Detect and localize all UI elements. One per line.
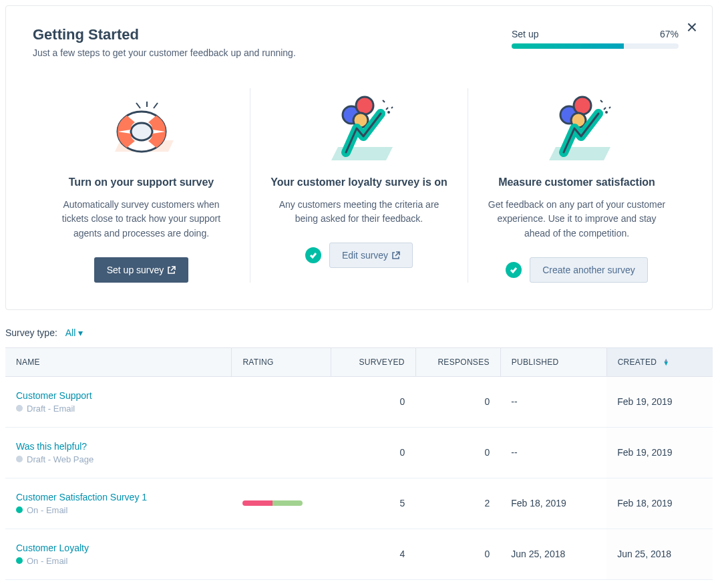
- surveys-table: NAME RATING SURVEYED RESPONSES PUBLISHED…: [5, 347, 713, 580]
- survey-name-link[interactable]: Was this helpful?: [16, 441, 221, 452]
- step-desc: Automatically survey customers when tick…: [49, 198, 234, 241]
- col-surveyed[interactable]: SURVEYED: [331, 347, 415, 376]
- cell-rating: [232, 478, 331, 529]
- col-published[interactable]: PUBLISHED: [500, 347, 606, 376]
- check-icon: [305, 247, 321, 263]
- progress-fill: [512, 43, 624, 49]
- survey-name-link[interactable]: Customer Support: [16, 390, 221, 401]
- status-dot-icon: [16, 405, 23, 412]
- status-dot-icon: [16, 557, 23, 564]
- cell-published: Jun 25, 2018: [500, 529, 606, 579]
- cell-rating: [232, 376, 331, 427]
- cell-published: --: [500, 376, 606, 427]
- step-card: Measure customer satisfactionGet feedbac…: [468, 88, 685, 283]
- survey-name-link[interactable]: Customer Loyalty: [16, 543, 221, 553]
- cell-responses: 0: [415, 427, 500, 478]
- step-illustration: [537, 88, 617, 168]
- col-name[interactable]: NAME: [5, 347, 232, 376]
- table-row: Customer LoyaltyOn - Email40Jun 25, 2018…: [5, 529, 713, 579]
- cell-published: --: [500, 427, 606, 478]
- table-row: Was this helpful?Draft - Web Page00--Feb…: [5, 427, 713, 478]
- cell-surveyed: 5: [331, 478, 415, 529]
- survey-status: On - Email: [16, 556, 221, 566]
- cell-responses: 2: [415, 478, 500, 529]
- survey-name-link[interactable]: Customer Satisfaction Survey 1: [16, 492, 221, 502]
- survey-status: Draft - Email: [16, 404, 221, 414]
- step-desc: Any customers meeting the criteria are b…: [266, 198, 452, 227]
- rating-bar: [242, 500, 303, 506]
- status-dot-icon: [16, 506, 23, 513]
- sort-icon: ▲▼: [663, 359, 669, 365]
- step-illustration: [319, 88, 399, 168]
- step-title: Turn on your support survey: [69, 175, 214, 190]
- cell-surveyed: 0: [331, 376, 415, 427]
- cell-created: Jun 25, 2018: [606, 529, 713, 579]
- step-desc: Get feedback on any part of your custome…: [484, 198, 669, 241]
- step-title: Your customer loyalty survey is on: [271, 175, 447, 190]
- survey-type-filter: Survey type: All▾: [0, 315, 718, 347]
- chevron-down-icon: ▾: [78, 327, 83, 338]
- cell-created: Feb 19, 2019: [606, 376, 713, 427]
- cell-responses: 0: [415, 376, 500, 427]
- cell-responses: 0: [415, 529, 500, 579]
- progress-track: [512, 43, 679, 49]
- cell-created: Feb 19, 2019: [606, 427, 713, 478]
- status-dot-icon: [16, 456, 23, 462]
- step-button[interactable]: Edit survey: [329, 243, 413, 268]
- survey-status: On - Email: [16, 505, 221, 515]
- step-title: Measure customer satisfaction: [498, 175, 655, 190]
- step-card: Your customer loyalty survey is onAny cu…: [250, 88, 468, 283]
- progress-label: Set up: [512, 29, 538, 39]
- page-title: Getting Started: [33, 26, 296, 43]
- col-created[interactable]: CREATED ▲▼: [606, 347, 713, 376]
- table-row: Customer Satisfaction Survey 1On - Email…: [5, 478, 713, 529]
- step-illustration: [102, 88, 182, 168]
- step-button[interactable]: Set up survey: [94, 257, 189, 283]
- external-link-icon: [392, 251, 400, 259]
- setup-progress: Set up 67%: [512, 29, 679, 49]
- cell-surveyed: 0: [331, 427, 415, 478]
- step-button[interactable]: Create another survey: [530, 257, 648, 283]
- col-rating[interactable]: RATING: [232, 347, 331, 376]
- cell-created: Feb 18, 2019: [606, 478, 713, 529]
- filter-value[interactable]: All▾: [65, 327, 83, 338]
- external-link-icon: [168, 266, 176, 274]
- check-icon: [506, 262, 522, 278]
- survey-status: Draft - Web Page: [16, 454, 221, 464]
- step-card: Turn on your support surveyAutomatically…: [33, 88, 250, 283]
- filter-label: Survey type:: [5, 327, 57, 338]
- table-row: Customer SupportDraft - Email00--Feb 19,…: [5, 376, 713, 427]
- cell-published: Feb 18, 2019: [500, 478, 606, 529]
- progress-value: 67%: [660, 29, 679, 39]
- cell-surveyed: 4: [331, 529, 415, 579]
- close-icon[interactable]: ×: [687, 18, 697, 37]
- page-subtitle: Just a few steps to get your customer fe…: [33, 47, 296, 58]
- getting-started-card: × Getting Started Just a few steps to ge…: [5, 5, 713, 310]
- cell-rating: [232, 529, 331, 579]
- cell-rating: [232, 427, 331, 478]
- col-responses[interactable]: RESPONSES: [415, 347, 500, 376]
